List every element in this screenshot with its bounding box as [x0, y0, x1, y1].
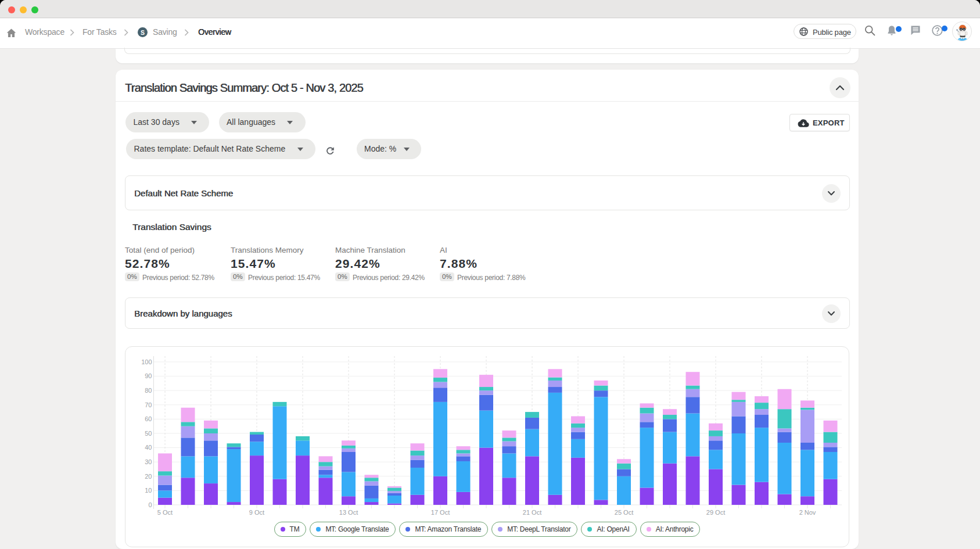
- svg-text:80: 80: [145, 387, 152, 394]
- svg-text:20: 20: [145, 473, 152, 480]
- svg-text:25 Oct: 25 Oct: [615, 509, 633, 516]
- svg-text:9 Oct: 9 Oct: [249, 509, 264, 516]
- svg-text:21 Oct: 21 Oct: [523, 509, 541, 516]
- svg-text:17 Oct: 17 Oct: [431, 509, 450, 516]
- svg-text:29 Oct: 29 Oct: [706, 509, 725, 516]
- svg-text:30: 30: [145, 458, 152, 465]
- svg-text:100: 100: [141, 358, 152, 365]
- svg-text:10: 10: [145, 487, 152, 494]
- svg-text:90: 90: [145, 372, 152, 379]
- svg-text:13 Oct: 13 Oct: [339, 509, 358, 516]
- svg-text:5 Oct: 5 Oct: [157, 509, 173, 516]
- svg-text:50: 50: [145, 430, 152, 437]
- svg-text:70: 70: [145, 401, 152, 408]
- svg-text:40: 40: [145, 444, 152, 451]
- svg-text:60: 60: [145, 415, 152, 422]
- svg-text:0: 0: [148, 501, 152, 508]
- svg-text:2 Nov: 2 Nov: [799, 509, 816, 516]
